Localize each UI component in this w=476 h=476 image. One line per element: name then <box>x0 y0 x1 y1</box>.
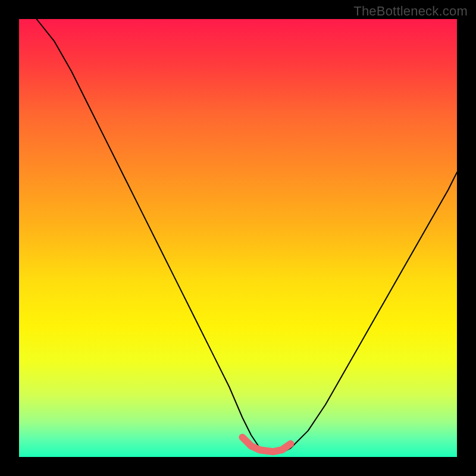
chart-svg-layer <box>19 19 457 457</box>
chart-plot-area <box>19 19 457 457</box>
watermark-text: TheBottleneck.com <box>353 4 468 19</box>
bottleneck-curve-path <box>36 19 457 453</box>
optimal-range-highlight-path <box>242 437 290 452</box>
